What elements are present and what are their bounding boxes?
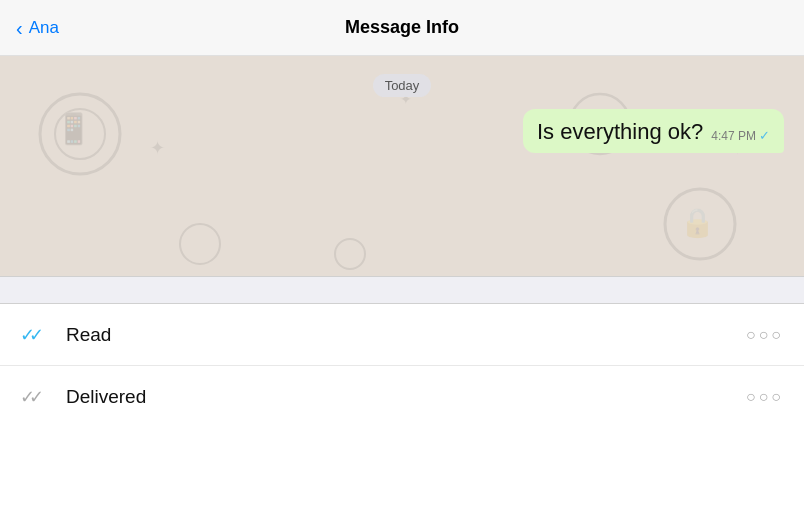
header: ‹ Ana Message Info bbox=[0, 0, 804, 56]
svg-text:📱: 📱 bbox=[55, 111, 93, 147]
info-list: ✓ ✓ Read ○○○ ✓ ✓ Delivered ○○○ bbox=[0, 304, 804, 428]
message-time: 4:47 PM bbox=[711, 129, 756, 143]
svg-text:🔒: 🔒 bbox=[680, 206, 715, 239]
chat-background-pattern: 📱 🔒 📞 ✦ ✦ ✦ bbox=[0, 74, 804, 276]
message-bubble: Is everything ok? 4:47 PM ✓ bbox=[523, 109, 784, 153]
svg-point-5 bbox=[180, 224, 220, 264]
read-row: ✓ ✓ Read ○○○ bbox=[0, 304, 804, 366]
read-action[interactable]: ○○○ bbox=[746, 326, 784, 344]
delivered-label: Delivered bbox=[66, 386, 746, 408]
back-button[interactable]: ‹ Ana bbox=[16, 18, 59, 38]
date-badge: Today bbox=[373, 74, 432, 97]
bubble-meta: 4:47 PM ✓ bbox=[711, 128, 770, 145]
page-title: Message Info bbox=[345, 17, 459, 38]
section-separator bbox=[0, 276, 804, 304]
svg-text:✦: ✦ bbox=[150, 138, 165, 158]
chevron-left-icon: ‹ bbox=[16, 18, 23, 38]
delivered-action[interactable]: ○○○ bbox=[746, 388, 784, 406]
delivered-check-icon: ✓ ✓ bbox=[20, 387, 50, 407]
message-text: Is everything ok? bbox=[537, 119, 703, 145]
chat-area: 📱 🔒 📞 ✦ ✦ ✦ Today Is everything ok? 4:47… bbox=[0, 56, 804, 276]
message-check-icon: ✓ bbox=[759, 128, 770, 143]
read-check-icon: ✓ ✓ bbox=[20, 325, 50, 345]
svg-point-11 bbox=[335, 239, 365, 269]
delivered-row: ✓ ✓ Delivered ○○○ bbox=[0, 366, 804, 428]
back-label: Ana bbox=[29, 18, 59, 38]
read-label: Read bbox=[66, 324, 746, 346]
